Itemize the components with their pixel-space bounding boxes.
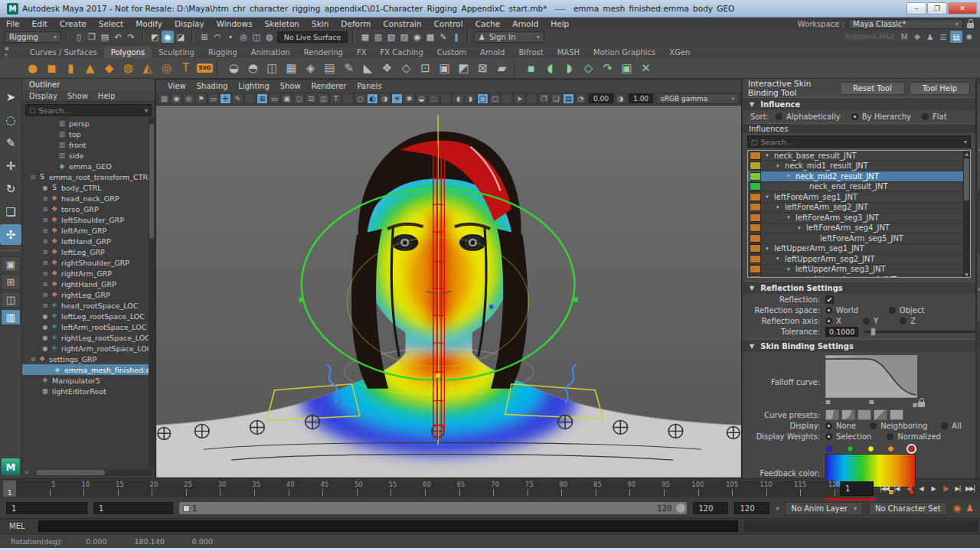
radio-icon[interactable]: [941, 422, 948, 429]
shelf-button[interactable]: ✎: [339, 59, 358, 78]
expand-arrow-icon[interactable]: ▾: [798, 225, 806, 231]
current-frame-field[interactable]: 1: [840, 481, 874, 496]
radio-icon[interactable]: [900, 318, 906, 324]
influence-row[interactable]: neck_end_result_JNT: [748, 182, 963, 193]
skin-binding-section-header[interactable]: ▼ Skin Binding Settings: [743, 340, 975, 352]
viewport-toggle-icon[interactable]: ⊡: [305, 93, 317, 104]
layout-shortcut-button[interactable]: ◫: [1, 292, 21, 308]
menu-item[interactable]: Deform: [335, 19, 377, 28]
render-icon[interactable]: ✎: [437, 31, 449, 43]
outliner-item[interactable]: ▥ front: [22, 139, 155, 150]
menu-item[interactable]: Control: [428, 19, 469, 28]
tool-button[interactable]: ➤: [0, 86, 21, 107]
shelf-button[interactable]: T: [176, 59, 195, 78]
influence-row[interactable]: ▾ neck_mid1_result_JNT: [748, 161, 963, 172]
shelf-button[interactable]: ❖: [377, 59, 397, 78]
influence-color-swatch[interactable]: [750, 203, 761, 211]
influence-row[interactable]: ▾ neck_base_result_JNT: [748, 151, 963, 161]
reflection-section-header[interactable]: ▼ Reflection Settings: [743, 282, 975, 294]
viewport-toggle-icon[interactable]: ➤: [514, 93, 525, 104]
playback-button[interactable]: |◀: [890, 482, 903, 496]
tolerance-field[interactable]: 0.1000: [825, 327, 858, 337]
render-icon[interactable]: ▩: [424, 31, 436, 43]
influence-color-swatch[interactable]: [750, 193, 761, 201]
outliner-item[interactable]: ⊞ ❖ rightShoulder_GRP: [22, 257, 155, 268]
expand-toggle-icon[interactable]: ⊞: [28, 356, 38, 363]
shelf-button[interactable]: ◩: [454, 59, 473, 78]
radio-icon[interactable]: [889, 307, 896, 314]
viewport-menu-item[interactable]: Show: [275, 82, 306, 90]
influence-color-swatch[interactable]: [750, 172, 761, 181]
sort-option[interactable]: Alphabetically: [776, 112, 841, 121]
layout-shortcut-button[interactable]: ▣: [1, 256, 21, 272]
outliner-item[interactable]: ⊞ ❖ leftHand_GRP: [22, 236, 155, 246]
expand-toggle-icon[interactable]: ●: [41, 324, 50, 331]
influence-row[interactable]: ▾ leftUpperArm_seg3_JNT: [748, 265, 963, 276]
radio-icon[interactable]: [851, 113, 858, 120]
playback-button[interactable]: ▶|: [952, 482, 964, 496]
playback-end-field[interactable]: 120: [734, 502, 769, 514]
menu-item[interactable]: Modify: [129, 19, 168, 28]
range-slider[interactable]: 1 120: [179, 502, 687, 514]
tool-button[interactable]: ✎: [0, 132, 21, 153]
outliner-menu-item[interactable]: Display: [29, 92, 57, 100]
reflection-checkbox[interactable]: ✔: [825, 295, 834, 304]
radio-icon[interactable]: [825, 422, 832, 429]
viewport-toggle-icon[interactable]: ❏: [550, 93, 562, 104]
render-icon[interactable]: ◉: [411, 31, 423, 43]
shelf-button[interactable]: ◍: [119, 59, 138, 78]
render-icon[interactable]: ▦: [359, 31, 371, 43]
influence-color-swatch[interactable]: [750, 276, 761, 278]
snap-icon[interactable]: ◠: [211, 31, 224, 43]
character-set-select[interactable]: No Character Set: [869, 502, 947, 515]
viewport-toggle-icon[interactable]: ▭: [269, 93, 280, 104]
snap-icon[interactable]: ⊞: [198, 31, 211, 43]
viewport-toggle-icon[interactable]: ◉: [171, 93, 182, 104]
influence-color-swatch[interactable]: [750, 152, 761, 160]
tool-button[interactable]: ✣: [0, 224, 21, 245]
range-end-handle[interactable]: [676, 504, 685, 513]
menu-item[interactable]: Constrain: [377, 19, 427, 28]
viewport-menu-item[interactable]: View: [162, 82, 191, 90]
expand-toggle-icon[interactable]: ●: [41, 334, 50, 341]
expand-toggle-icon[interactable]: ⊞: [41, 292, 50, 298]
viewport-toggle-icon[interactable]: ▤: [563, 93, 574, 104]
influences-scrollbar[interactable]: ▲▼: [963, 151, 970, 277]
render-icon[interactable]: ▥: [372, 31, 384, 43]
curve-preset-button[interactable]: [858, 409, 871, 420]
expand-arrow-icon[interactable]: ▾: [787, 214, 795, 220]
current-frame-marker[interactable]: 1: [3, 481, 16, 497]
viewport-menu-item[interactable]: Lighting: [233, 82, 274, 90]
influence-row[interactable]: ▾ leftForeArm_seg1_JNT: [748, 192, 963, 203]
animation-toggle-icon[interactable]: ♟: [965, 503, 974, 514]
shelf-tab[interactable]: Polygons: [104, 47, 152, 58]
sort-option[interactable]: By Hierarchy: [851, 112, 911, 121]
shelf-button[interactable]: ▲: [80, 59, 100, 78]
expand-toggle-icon[interactable]: ●: [41, 184, 50, 191]
shelf-button[interactable]: ●: [23, 59, 42, 78]
tolerance-slider[interactable]: [864, 331, 975, 333]
radio-icon[interactable]: [887, 433, 893, 440]
sidebar-toggle-icon[interactable]: ☰: [937, 31, 949, 43]
command-language-toggle[interactable]: MEL: [0, 522, 38, 530]
reset-tool-button[interactable]: Reset Tool: [840, 82, 905, 95]
viewport-toggle-icon[interactable]: ◫: [318, 93, 329, 104]
viewport-menu-item[interactable]: Shading: [191, 82, 234, 90]
display-option[interactable]: None: [825, 422, 856, 430]
anim-layer-select[interactable]: No Anim Layer ▾: [785, 502, 863, 515]
layout-shortcut-button[interactable]: ▥: [1, 309, 21, 325]
radio-icon[interactable]: [825, 318, 832, 324]
shelf-button[interactable]: ▰: [492, 59, 511, 78]
radio-icon[interactable]: [825, 433, 832, 440]
playback-button[interactable]: ◀|: [903, 482, 915, 496]
viewport-toggle-icon[interactable]: ✛: [220, 93, 231, 104]
outliner-menu-item[interactable]: Show: [67, 92, 88, 100]
outliner-item[interactable]: ◈ emma_GEO: [22, 161, 155, 171]
expand-toggle-icon[interactable]: ⊞: [41, 238, 50, 245]
viewport-toggle-icon[interactable]: ◑: [379, 93, 390, 104]
expand-arrow-icon[interactable]: ▾: [766, 246, 774, 252]
outliner-item[interactable]: ⊞ ❖ torso_GRP: [22, 204, 155, 214]
gamma-field[interactable]: 1.00: [629, 93, 653, 103]
status-icon[interactable]: ▯: [73, 31, 85, 43]
curve-lock-icon[interactable]: ⊠: [912, 399, 925, 409]
